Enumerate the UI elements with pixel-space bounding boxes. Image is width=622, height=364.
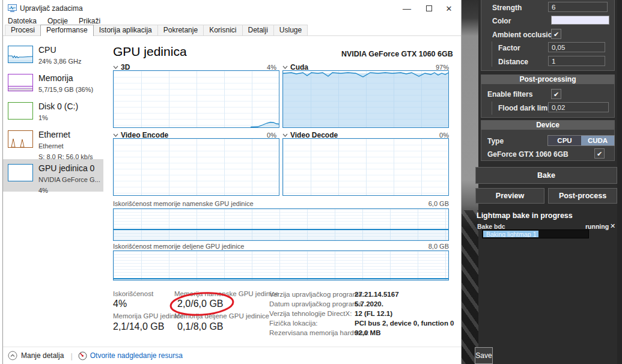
chart-cuda — [282, 70, 449, 128]
sidebar-item-disk[interactable]: Disk 0 (C:) 1% — [3, 100, 103, 127]
chevron-down-icon — [113, 65, 118, 69]
tab-startup[interactable]: Pokretanje — [157, 25, 204, 35]
driver-version-label: Verzija upravljačkog programa: — [269, 291, 364, 298]
device-type-cuda-option[interactable]: CUDA — [581, 136, 614, 145]
lightmap-tool-panel: Strength Color Ambient occlusion ✔ Facto… — [478, 0, 617, 364]
check-icon: ✔ — [597, 150, 602, 157]
flood-dark-limit-input[interactable] — [548, 102, 609, 112]
disk-mini-chart — [8, 102, 33, 120]
ambient-occlusion-checkbox[interactable]: ✔ — [551, 29, 561, 39]
open-resource-monitor-link[interactable]: Otvorite nadgledanje resursa — [78, 351, 183, 360]
reserved-memory-value: 92,0 MB — [355, 329, 380, 336]
screenshot-root: Upravljač zadacima — ✕ Datoteka Opcije P… — [0, 0, 622, 364]
flood-dark-limit-label: Flood dark limit — [498, 104, 552, 112]
save-button[interactable]: Save — [475, 347, 493, 364]
window-title: Upravljač zadacima — [20, 4, 83, 13]
physical-location-label: Fizička lokacija: — [269, 320, 318, 327]
panel-right-edge — [617, 0, 622, 364]
sidebar-memory-title: Memorija — [38, 73, 73, 83]
dedicated-mem-stat-label: Memorija namenske GPU jedinice — [174, 290, 279, 297]
tab-users[interactable]: Korisnici — [203, 25, 242, 35]
tab-services[interactable]: Usluge — [273, 25, 308, 35]
performance-sidebar: CPU 24% 3,86 GHz Memorija 5,7/15,9 GB (3… — [3, 36, 103, 347]
directx-version-label: Verzija tehnologije DirectX: — [269, 310, 352, 317]
bake-progress-text: Baking lightmap 1 of 1 — [483, 231, 538, 237]
tab-app-history[interactable]: Istorija aplikacija — [93, 25, 158, 35]
preview-button[interactable]: Preview — [475, 188, 544, 204]
gpu-mini-chart — [8, 164, 33, 181]
gpu-device-name: NVIDIA GeForce GTX 1060 6GB — [341, 50, 453, 58]
sidebar-disk-title: Disk 0 (C:) — [38, 102, 78, 111]
dedicated-memory-label: Iskorišćenost memorije namenske GPU jedi… — [113, 200, 254, 207]
bake-progress-fill: Baking lightmap 1 of 1 — [483, 231, 538, 237]
device-type-toggle: CPU CUDA — [547, 135, 615, 146]
gpu-page-title: GPU jedinica — [113, 44, 187, 59]
post-processing-group: Post-processing Enable filters ✔ Flood d… — [481, 74, 615, 118]
distance-input[interactable] — [548, 56, 605, 66]
tab-processes[interactable]: Procesi — [5, 25, 41, 35]
fewer-details-label: Manje detalja — [21, 351, 64, 360]
tab-performance[interactable]: Performanse — [40, 25, 94, 36]
utilization-label: Iskorišćenost — [113, 290, 153, 297]
device-type-label: Type — [487, 137, 504, 145]
indent-guide — [492, 41, 492, 67]
physical-location-value: PCI bus 2, device 0, function 0 — [355, 320, 454, 327]
resource-monitor-icon — [78, 351, 87, 360]
tab-details[interactable]: Detalji — [242, 25, 274, 35]
dedicated-memory-cap: 6,0 GB — [415, 200, 449, 207]
post-process-button[interactable]: Post-process — [548, 188, 617, 204]
chevron-down-icon — [113, 133, 118, 137]
chevron-down-icon — [282, 133, 288, 137]
distance-label: Distance — [498, 58, 528, 66]
sidebar-gpu-stats: 4% — [38, 187, 48, 194]
chart-shared-memory — [113, 250, 449, 281]
indent-guide — [492, 102, 492, 115]
color-label: Color — [492, 17, 511, 25]
sidebar-memory-stats: 5,7/15,9 GB (36%) — [38, 86, 93, 93]
sidebar-item-memory[interactable]: Memorija 5,7/15,9 GB (36%) — [3, 71, 103, 99]
chart-dedicated-memory — [113, 208, 449, 241]
device-group: Device Type CPU CUDA GeForce GTX 1060 6G… — [481, 120, 615, 161]
color-swatch[interactable] — [551, 16, 609, 25]
sidebar-item-gpu[interactable]: GPU jedinica 0 NVIDIA GeForce G... 4% — [3, 159, 103, 192]
ambient-occlusion-label: Ambient occlusion — [492, 31, 556, 39]
check-icon: ✔ — [553, 31, 559, 38]
strength-input[interactable] — [548, 2, 608, 12]
minimize-icon: — — [403, 4, 411, 13]
gpu-device-checkbox[interactable]: ✔ — [594, 148, 605, 159]
maximize-icon — [426, 5, 432, 11]
sidebar-item-ethernet[interactable]: Ethernet Ethernet S: 8,0 R: 56,0 kb/s — [3, 128, 103, 158]
chart-video-encode — [113, 138, 279, 196]
bake-progress-bar: Baking lightmap 1 of 1 — [482, 229, 589, 238]
chart-3d — [113, 70, 279, 128]
minimize-button[interactable]: — — [395, 0, 419, 17]
shared-memory-label: Iskorišćenost memorije deljene GPU jedin… — [113, 243, 244, 250]
sidebar-disk-stats: 1% — [38, 114, 48, 121]
close-button[interactable]: ✕ — [437, 0, 461, 17]
sidebar-ethernet-name: Ethernet — [38, 142, 64, 150]
task-manager-app-icon — [8, 4, 17, 15]
sidebar-item-cpu[interactable]: CPU 24% 3,86 GHz — [3, 43, 103, 71]
fewer-details-button[interactable]: Manje detalja — [8, 351, 64, 360]
driver-date-value: 5.7.2020. — [355, 300, 383, 308]
bake-progress-title: Lightmap bake in progress — [477, 211, 573, 220]
post-processing-header: Post-processing — [481, 75, 614, 84]
ethernet-mini-chart — [8, 130, 33, 148]
directx-version-value: 12 (FL 12.1) — [355, 310, 392, 317]
sidebar-gpu-name: NVIDIA GeForce G... — [38, 176, 100, 183]
utilization-value: 4% — [113, 299, 127, 309]
shared-memory-cap: 8,0 GB — [415, 243, 449, 250]
enable-filters-checkbox[interactable]: ✔ — [551, 89, 561, 99]
check-icon: ✔ — [553, 91, 559, 98]
gpu-mem-stat-label: Memorija GPU jedinice — [113, 312, 184, 320]
dedicated-mem-stat-value: 2,0/6,0 GB — [177, 299, 224, 309]
factor-input[interactable] — [548, 42, 605, 52]
shared-mem-stat-value: 0,1/8,0 GB — [177, 321, 224, 332]
chart-video-decode — [282, 138, 449, 196]
device-type-cpu-option[interactable]: CPU — [548, 136, 581, 145]
bake-button[interactable]: Bake — [475, 167, 617, 184]
sidebar-cpu-title: CPU — [38, 45, 56, 55]
close-icon: ✕ — [446, 4, 453, 13]
bake-job-cancel-icon[interactable]: ✕ — [610, 222, 615, 230]
titlebar: Upravljač zadacima — ✕ — [3, 0, 461, 17]
